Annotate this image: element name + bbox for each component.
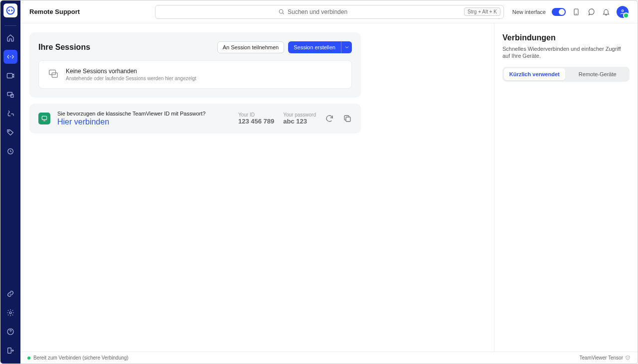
classic-id-card: Sie bevorzugen die klassische TeamViewer… bbox=[29, 104, 361, 133]
body: Ihre Sessions An Session teilnehmen Sess… bbox=[20, 23, 638, 352]
svg-rect-14 bbox=[346, 117, 350, 121]
app-logo bbox=[3, 3, 17, 17]
svg-point-5 bbox=[9, 312, 11, 314]
classic-id-link[interactable]: Hier verbinden bbox=[57, 118, 205, 126]
connections-panel: Verbindungen Schnelles Wiederverbinden u… bbox=[494, 23, 638, 352]
svg-point-10 bbox=[622, 9, 624, 11]
new-interface-label: New interface bbox=[512, 9, 546, 15]
svg-rect-7 bbox=[8, 348, 11, 354]
create-session-split: Session erstellen bbox=[288, 41, 352, 53]
search-placeholder: Suchen und verbinden bbox=[288, 8, 347, 15]
sidebar-divider bbox=[4, 25, 16, 26]
status-text: Bereit zum Verbinden (sichere Verbindung… bbox=[33, 355, 129, 361]
connections-title: Verbindungen bbox=[502, 33, 630, 42]
classic-id-icon bbox=[38, 113, 50, 124]
sidebar-item-devices[interactable] bbox=[3, 88, 17, 102]
shield-check-icon bbox=[625, 355, 631, 361]
sidebar-item-clock[interactable] bbox=[3, 144, 17, 158]
tab-remote-devices[interactable]: Remote-Geräte bbox=[567, 68, 629, 80]
join-session-button[interactable]: An Session teilnehmen bbox=[217, 41, 285, 53]
page-title: Remote Support bbox=[29, 8, 139, 15]
sidebar bbox=[0, 0, 20, 364]
sessions-empty: Keine Sessions vorhanden Anstehende oder… bbox=[38, 60, 352, 89]
sidebar-item-settings[interactable] bbox=[3, 306, 17, 320]
svg-rect-13 bbox=[42, 116, 46, 120]
sessions-empty-title: Keine Sessions vorhanden bbox=[66, 68, 196, 75]
svg-point-3 bbox=[8, 131, 9, 132]
connections-subtitle: Schnelles Wiederverbinden und einfacher … bbox=[502, 45, 630, 60]
classic-id-text: Sie bevorzugen die klassische TeamViewer… bbox=[57, 111, 205, 117]
create-session-button[interactable]: Session erstellen bbox=[288, 41, 341, 53]
device-icon[interactable] bbox=[572, 7, 581, 16]
create-session-dropdown[interactable] bbox=[341, 41, 352, 53]
sidebar-item-remote-support[interactable] bbox=[3, 50, 17, 64]
sidebar-item-meeting[interactable] bbox=[3, 69, 17, 83]
main: Remote Support Suchen und verbinden Strg… bbox=[20, 0, 638, 364]
sessions-empty-sub: Anstehende oder laufende Sessions werden… bbox=[66, 76, 196, 81]
connections-tabs: Kürzlich verwendet Remote-Geräte bbox=[502, 67, 630, 82]
status-dot-icon bbox=[27, 357, 30, 360]
topbar: Remote Support Suchen und verbinden Strg… bbox=[20, 0, 638, 23]
your-id-label: Your ID bbox=[238, 112, 274, 118]
content: Ihre Sessions An Session teilnehmen Sess… bbox=[20, 23, 494, 352]
search-shortcut: Strg + Alt + K bbox=[464, 7, 500, 16]
tab-recent[interactable]: Kürzlich verwendet bbox=[504, 68, 565, 80]
sessions-card: Ihre Sessions An Session teilnehmen Sess… bbox=[29, 32, 361, 98]
refresh-password-icon[interactable] bbox=[325, 114, 334, 123]
sidebar-item-tags[interactable] bbox=[3, 125, 17, 139]
svg-point-8 bbox=[279, 9, 283, 13]
search-field[interactable]: Suchen und verbinden Strg + Alt + K bbox=[155, 5, 504, 19]
sidebar-item-link[interactable] bbox=[3, 287, 17, 301]
svg-rect-1 bbox=[7, 92, 12, 96]
sidebar-item-home[interactable] bbox=[3, 31, 17, 45]
your-id-value: 123 456 789 bbox=[238, 118, 274, 125]
sessions-empty-icon bbox=[48, 68, 59, 81]
sidebar-item-exit[interactable] bbox=[3, 344, 17, 358]
sidebar-item-workflows[interactable] bbox=[3, 107, 17, 121]
user-avatar[interactable] bbox=[617, 6, 629, 18]
new-interface-toggle[interactable] bbox=[552, 8, 566, 16]
your-password-label: Your password bbox=[283, 112, 316, 118]
svg-rect-12 bbox=[52, 73, 57, 77]
search-icon bbox=[278, 8, 285, 15]
chat-icon[interactable] bbox=[587, 7, 596, 16]
bell-icon[interactable] bbox=[602, 7, 611, 16]
sidebar-item-help[interactable] bbox=[3, 325, 17, 339]
svg-point-0 bbox=[7, 7, 14, 14]
svg-rect-11 bbox=[49, 70, 56, 74]
your-password-value: abc 123 bbox=[283, 118, 316, 125]
status-bar: Bereit zum Verbinden (sichere Verbindung… bbox=[20, 352, 638, 364]
sessions-title: Ihre Sessions bbox=[38, 43, 90, 52]
copy-icon[interactable] bbox=[343, 114, 352, 123]
product-label: TeamViewer Tensor bbox=[580, 355, 623, 361]
